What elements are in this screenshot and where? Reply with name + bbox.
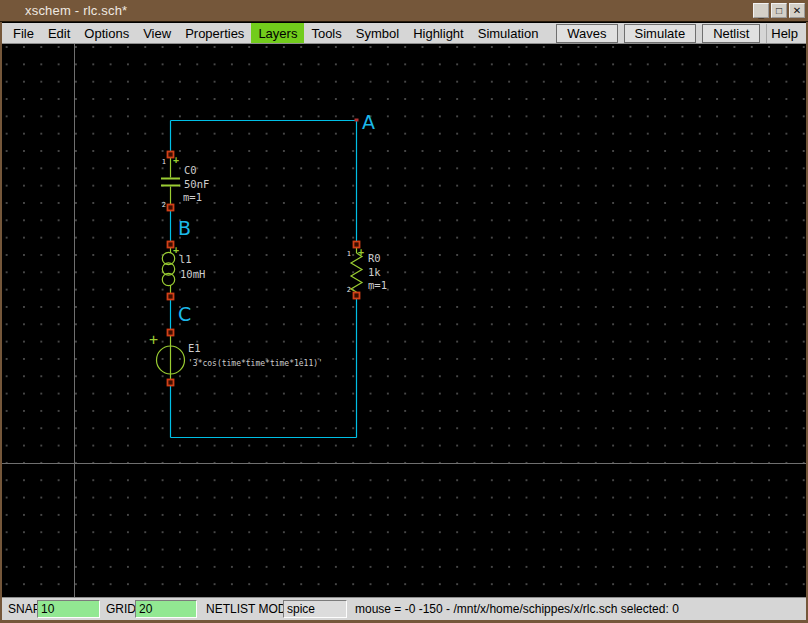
minimize-button[interactable]: _ [753, 3, 769, 18]
resistor-r0[interactable]: 1 2 + R0 1k m=1 [347, 242, 387, 299]
node-label-b[interactable]: B [178, 217, 191, 239]
waves-button[interactable]: Waves [556, 24, 617, 43]
component-value: 1k [368, 266, 381, 278]
pin-square [168, 330, 174, 336]
window-controls: _ □ ✕ [753, 3, 805, 18]
menu-item-tools[interactable]: Tools [304, 23, 348, 43]
grid-input[interactable] [135, 600, 197, 618]
menu-item-edit[interactable]: Edit [41, 23, 77, 43]
node-label-a[interactable]: A [362, 111, 375, 133]
plus-icon: + [173, 154, 179, 165]
component-value: '3*cos(time*time*time*1e11)' [188, 359, 323, 368]
pin-square [354, 293, 360, 299]
menu-item-simulation[interactable]: Simulation [471, 23, 546, 43]
pin-square [168, 205, 174, 211]
menubar: File Edit Options View Properties Layers… [2, 23, 806, 44]
menubar-actions: Waves Simulate Netlist Help [556, 23, 806, 43]
snap-input[interactable] [37, 600, 100, 618]
menu-item-help[interactable]: Help [766, 24, 806, 43]
plus-icon: + [358, 246, 364, 257]
vsource-e1[interactable]: + E1 '3*cos(time*time*time*1e11)' [149, 330, 323, 386]
window-frame-left [0, 22, 2, 620]
wire-end-marker [355, 119, 359, 122]
schematic-drawing: 1 2 + C0 50nF m=1 + l1 10mH + E [2, 44, 806, 597]
capacitor-c0[interactable]: 1 2 + C0 50nF m=1 [161, 152, 209, 211]
menu-item-layers[interactable]: Layers [251, 23, 304, 43]
node-label-c[interactable]: C [178, 303, 191, 325]
titlebar: xschem - rlc.sch* _ □ ✕ [0, 0, 808, 22]
minimize-icon: _ [758, 8, 764, 19]
statusbar: SNAP: GRID: NETLIST MODE: mouse = -0 -15… [2, 597, 806, 620]
component-mult: m=1 [183, 191, 202, 203]
component-ref: E1 [188, 342, 201, 354]
status-info: mouse = -0 -150 - /mnt/x/home/schippes/x… [355, 602, 679, 616]
pin-square [168, 380, 174, 386]
pin-square [168, 294, 174, 300]
component-ref: l1 [179, 253, 192, 265]
maximize-button[interactable]: □ [771, 3, 787, 18]
menu-item-options[interactable]: Options [77, 23, 136, 43]
component-ref: C0 [184, 164, 197, 176]
schematic-canvas[interactable]: 1 2 + C0 50nF m=1 + l1 10mH + E [2, 44, 806, 597]
simulate-button[interactable]: Simulate [624, 24, 697, 43]
component-mult: m=1 [368, 279, 387, 291]
close-icon: ✕ [793, 5, 801, 16]
netlist-mode-input[interactable] [283, 600, 347, 618]
component-ref: R0 [368, 252, 381, 264]
maximize-icon: □ [776, 5, 782, 16]
component-value: 50nF [184, 178, 209, 190]
plus-icon: + [149, 331, 158, 349]
component-value: 10mH [180, 268, 205, 280]
close-button[interactable]: ✕ [789, 3, 805, 18]
menu-item-highlight[interactable]: Highlight [406, 23, 471, 43]
menu-item-view[interactable]: View [136, 23, 178, 43]
menu-items: File Edit Options View Properties Layers… [2, 23, 545, 43]
menu-item-symbol[interactable]: Symbol [349, 23, 406, 43]
inductor-l1[interactable]: + l1 10mH [162, 242, 205, 300]
pin-number: 2 [162, 201, 166, 209]
menu-item-properties[interactable]: Properties [178, 23, 251, 43]
netlist-button[interactable]: Netlist [702, 24, 760, 43]
pin-number: 2 [347, 286, 351, 294]
pin-number: 1 [347, 250, 351, 258]
pin-number: 1 [162, 158, 166, 166]
menu-item-file[interactable]: File [6, 23, 41, 43]
window-title: xschem - rlc.sch* [25, 3, 127, 18]
